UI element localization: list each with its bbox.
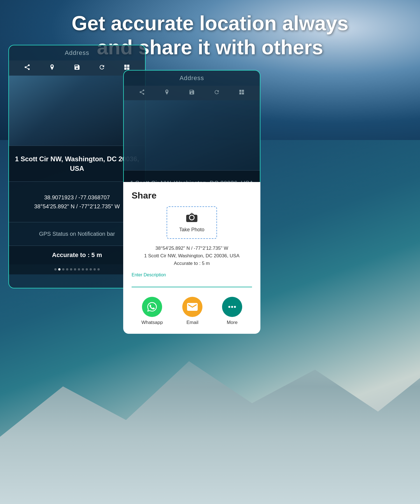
camera-icon: + [176, 213, 208, 225]
coords-dms: 38°54'25.892" N / -77°2'12.735" W [15, 202, 139, 211]
card-back-title: Address [9, 45, 145, 60]
dot-4 [70, 268, 72, 270]
dot-2 [62, 268, 64, 270]
share-coords-line3: Accurate to : 5 m [132, 260, 252, 267]
share-icon-back[interactable] [24, 64, 31, 72]
take-photo-box[interactable]: + Take Photo [167, 206, 217, 239]
save-icon-back[interactable] [74, 64, 80, 72]
coords-decimal: 38.9071923 / -77.0368707 [15, 193, 139, 202]
svg-point-2 [228, 306, 230, 308]
share-coords: 38°54'25.892" N / -77°2'12.735" W 1 Scot… [132, 244, 252, 267]
svg-point-4 [234, 306, 236, 308]
email-button[interactable] [182, 297, 202, 317]
card-front-title: Address [124, 71, 260, 86]
svg-point-3 [231, 306, 233, 308]
dot-10 [94, 268, 96, 270]
refresh-icon-front[interactable] [214, 89, 220, 97]
widget-icon-front[interactable] [239, 89, 245, 97]
email-button-wrap[interactable]: Email [182, 297, 202, 325]
dot-1 [58, 268, 60, 270]
pin-icon-back[interactable] [49, 64, 55, 72]
dot-7 [82, 268, 84, 270]
pin-icon-front[interactable] [164, 89, 170, 97]
desc-label: Enter Description [132, 272, 252, 277]
title-line1: Get accurate location always [6, 11, 414, 35]
card-front-image [124, 100, 260, 170]
refresh-icon-back[interactable] [99, 64, 105, 72]
more-button[interactable] [222, 297, 242, 317]
share-buttons-row: Whatsapp Email More [132, 297, 252, 325]
description-input[interactable] [132, 279, 252, 287]
save-icon-front[interactable] [189, 89, 195, 97]
whatsapp-button[interactable] [142, 297, 162, 317]
more-button-wrap[interactable]: More [222, 297, 242, 325]
share-title: Share [132, 190, 252, 201]
dot-6 [78, 268, 80, 270]
dot-8 [86, 268, 88, 270]
dot-11 [97, 268, 100, 270]
svg-point-0 [190, 216, 194, 220]
take-photo-label: Take Photo [179, 227, 204, 232]
share-coords-line2: 1 Scott Cir NW, Washington, DC 20036, US… [132, 252, 252, 260]
dot-3 [66, 268, 68, 270]
toolbar-front [124, 86, 260, 100]
dot-5 [74, 268, 76, 270]
whatsapp-button-wrap[interactable]: Whatsapp [141, 297, 163, 325]
share-icon-front[interactable] [139, 89, 145, 97]
person-silhouette-front [124, 100, 260, 170]
whatsapp-label: Whatsapp [141, 320, 163, 325]
dot-9 [90, 268, 92, 270]
dot-0 [54, 268, 57, 270]
share-panel: Share + Take Photo 38°54'25.892" N / -77… [123, 182, 260, 334]
share-coords-line1: 38°54'25.892" N / -77°2'12.735" W [132, 244, 252, 252]
more-label: More [227, 320, 238, 325]
email-label: Email [186, 320, 199, 325]
svg-text:+: + [191, 213, 193, 216]
